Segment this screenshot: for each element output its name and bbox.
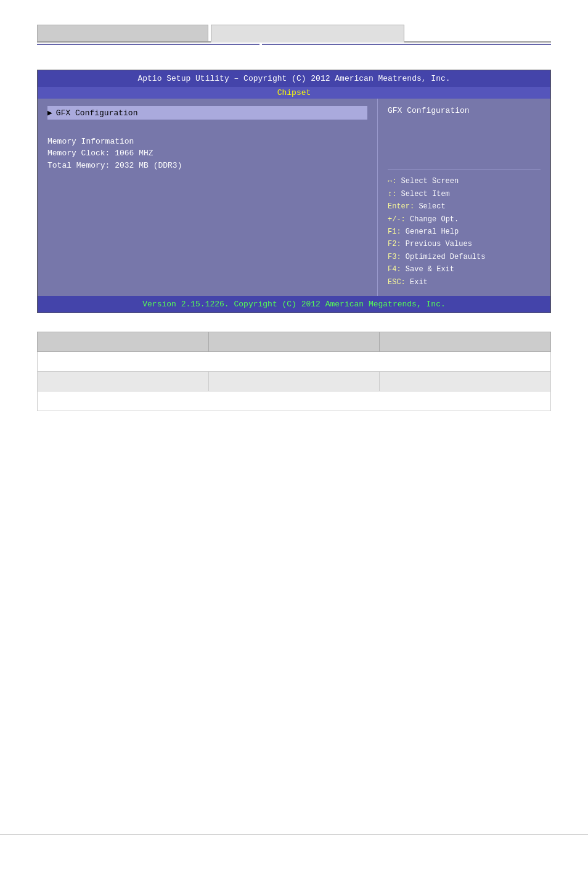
table-row — [38, 352, 551, 372]
tab-1-label — [56, 29, 189, 38]
bios-memory-section: Memory Information — [47, 137, 367, 146]
bios-key-select-item: ↕: Select Item — [388, 188, 541, 200]
simple-table — [37, 332, 551, 411]
bios-menu-item-gfx[interactable]: ▶ GFX Configuration — [47, 106, 367, 120]
bios-header: Aptio Setup Utility – Copyright (C) 2012… — [38, 70, 550, 87]
bios-version: Version 2.15.1226. Copyright (C) 2012 Am… — [142, 300, 445, 309]
tab-underline-2 — [262, 44, 551, 45]
tab-underline-1 — [37, 44, 259, 45]
bios-keys: ↔: Select Screen ↕: Select Item Enter: S… — [388, 175, 541, 289]
bios-key-f2: F2: Previous Values — [388, 238, 541, 250]
bios-key-esc: ESC: Exit — [388, 276, 541, 289]
tab-2[interactable] — [211, 25, 404, 43]
bios-key-change: +/-: Change Opt. — [388, 213, 541, 226]
top-area — [0, 0, 588, 57]
bios-key-f3: F3: Optimized Defaults — [388, 251, 541, 263]
table-cell-3 — [380, 372, 551, 391]
table-col-2 — [208, 332, 380, 352]
bios-key-enter: Enter: Select — [388, 200, 541, 213]
table-header-row — [38, 332, 551, 352]
table-row — [38, 391, 551, 411]
table-row — [38, 372, 551, 391]
bios-gfx-label: GFX Configuration — [56, 108, 138, 118]
table-cell-2 — [208, 372, 380, 391]
bottom-divider — [0, 834, 588, 835]
bios-key-f4: F4: Save & Exit — [388, 263, 541, 276]
bios-key-f1: F1: General Help — [388, 226, 541, 238]
bios-left-panel: ▶ GFX Configuration Memory Information M… — [38, 99, 378, 296]
bios-title: Aptio Setup Utility – Copyright (C) 2012… — [137, 74, 450, 83]
tab-underlines — [37, 44, 551, 45]
table-row-full-2 — [38, 391, 551, 411]
bios-arrow-icon: ▶ — [47, 108, 52, 118]
bios-help-text: GFX Configuration — [388, 106, 541, 165]
tab-1[interactable] — [37, 25, 208, 41]
table-header — [38, 332, 551, 352]
bios-subtitle: Chipset — [277, 88, 311, 97]
bios-right-panel: GFX Configuration ↔: Select Screen ↕: Se… — [378, 99, 550, 296]
bios-subheader: Chipset — [38, 87, 550, 99]
bios-total-memory: Total Memory: 2032 MB (DDR3) — [47, 160, 367, 172]
tab-bar — [37, 25, 551, 43]
bios-memory-info: Memory Clock: 1066 MHZ Total Memory: 203… — [47, 147, 367, 171]
table-col-3 — [380, 332, 551, 352]
table-col-1 — [38, 332, 209, 352]
bios-separator — [388, 170, 541, 170]
table-body — [38, 352, 551, 411]
page-wrapper: Aptio Setup Utility – Copyright (C) 2012… — [0, 0, 588, 884]
bios-key-select-screen: ↔: Select Screen — [388, 175, 541, 187]
bios-footer: Version 2.15.1226. Copyright (C) 2012 Am… — [38, 296, 550, 313]
table-row-full — [38, 352, 551, 372]
table-cell-1 — [38, 372, 209, 391]
bios-memory-clock: Memory Clock: 1066 MHZ — [47, 147, 367, 160]
bios-content: ▶ GFX Configuration Memory Information M… — [38, 99, 550, 296]
table-area — [37, 332, 551, 411]
tab-2-label — [230, 29, 385, 38]
bios-container: Aptio Setup Utility – Copyright (C) 2012… — [37, 70, 551, 313]
bios-spacer — [47, 120, 367, 129]
